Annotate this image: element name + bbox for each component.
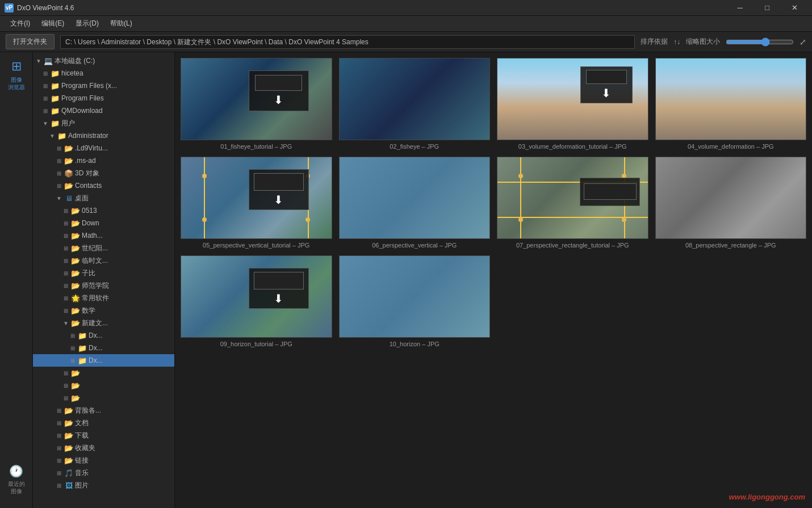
- thumbnail-label-01: 01_fisheye_tutorial – JPG: [220, 143, 292, 150]
- thumbnail-item-06[interactable]: 06_perspective_vertical – JPG: [339, 157, 491, 249]
- thumbnail-size-slider[interactable]: [726, 37, 794, 47]
- folder-icon: 📁: [51, 119, 60, 127]
- tree-item-xinjian[interactable]: ▼ 📂 新建文...: [33, 317, 174, 329]
- tree-item-local-disk[interactable]: ▼ 💻 本地磁盘 (C:): [33, 54, 174, 67]
- thumbnail-item-05[interactable]: ⬇ 05_perspective_vertical_tutorial – JPG: [181, 157, 332, 249]
- tree-label: 下载: [75, 431, 172, 440]
- thumbnail-item-04[interactable]: 04_volume_deformation – JPG: [655, 58, 807, 150]
- expand-arrow: ⊞: [56, 407, 62, 414]
- folder-icon: 📂: [71, 219, 80, 227]
- tree-item-programfiles[interactable]: ⊞ 📁 Program Files: [33, 92, 174, 104]
- folder-icon: 📂: [71, 232, 80, 240]
- expand-arrow: ▼: [56, 195, 62, 201]
- folder-icon: 📂: [71, 307, 80, 314]
- tree-item-desktop[interactable]: ▼ 🖥 桌面: [33, 192, 174, 204]
- tree-item-downloads[interactable]: ⊞ 📂 下载: [33, 429, 174, 442]
- tree-item-shijiyang[interactable]: ⊞ 📂 世纪阳...: [33, 242, 174, 254]
- tree-label: 音乐: [75, 468, 172, 478]
- tree-label: 临时文...: [82, 256, 172, 266]
- thumbnail-item-10[interactable]: 10_horizon – JPG: [339, 255, 491, 347]
- folder-icon: 📂: [64, 419, 73, 427]
- tree-item-users[interactable]: ▼ 📁 用户: [33, 117, 174, 129]
- tree-label: 桌面: [75, 194, 172, 203]
- tree-item-dx3[interactable]: ⊞ 📁 Dx...: [33, 354, 174, 367]
- thumbnail-item-03[interactable]: ⬇ 03_volume_deformation_tutorial – JPG: [497, 58, 648, 150]
- tree-item-hicetea[interactable]: ⊞ 📁 hicetea: [33, 67, 174, 79]
- expand-arrow: ⊞: [56, 469, 62, 476]
- menu-edit[interactable]: 编辑(E): [36, 16, 70, 31]
- tree-item-music[interactable]: ⊞ 🎵 音乐: [33, 467, 174, 479]
- folder-icon: 📁: [78, 331, 87, 339]
- tree-item-favorites[interactable]: ⊞ 📂 收藏夹: [33, 442, 174, 454]
- tree-label: 数学: [82, 306, 172, 316]
- tree-item-0513[interactable]: ⊞ 📂 0513: [33, 204, 174, 217]
- thumbnail-item-07[interactable]: 07_perspective_rectangle_tutorial – JPG: [497, 157, 648, 249]
- open-folder-button[interactable]: 打开文件夹: [6, 34, 55, 49]
- expand-arrow: ⊞: [62, 220, 69, 226]
- tree-item-ld9virtu[interactable]: ⊞ 📂 .Ld9Virtu...: [33, 142, 174, 154]
- folder-icon: 📦: [64, 169, 73, 177]
- tree-item-msad[interactable]: ⊞ 📂 .ms-ad: [33, 154, 174, 167]
- expand-arrow: ⊞: [62, 382, 69, 389]
- maximize-button[interactable]: □: [754, 0, 780, 16]
- close-button[interactable]: ✕: [781, 0, 807, 16]
- tree-item-shifan[interactable]: ⊞ 📂 师范学院: [33, 279, 174, 292]
- folder-icon: 📂: [64, 406, 73, 414]
- tree-item-down[interactable]: ⊞ 📂 Down: [33, 217, 174, 229]
- tree-label: 文档: [75, 418, 172, 428]
- thumbnail-item-02[interactable]: 02_fisheye – JPG: [339, 58, 491, 150]
- tree-label: 背脸各...: [75, 406, 172, 415]
- expand-arrow: ⊞: [56, 419, 62, 426]
- tree-label: 0513: [82, 207, 172, 215]
- thumbnail-item-08[interactable]: 08_perspective_rectangle – JPG: [655, 157, 807, 249]
- minimize-button[interactable]: ─: [727, 0, 753, 16]
- sidebar-item-image-browser[interactable]: ⊞ 图像浏览器: [4, 58, 29, 92]
- expand-arrow: ⊞: [56, 145, 62, 152]
- tree-item-software[interactable]: ⊞ 🌟 常用软件: [33, 292, 174, 304]
- file-tree[interactable]: ▼ 💻 本地磁盘 (C:) ⊞ 📁 hicetea ⊞ 📁 Program Fi…: [33, 52, 175, 508]
- tree-item-qmdownload[interactable]: ⊞ 📁 QMDownload: [33, 104, 174, 117]
- image-browser-icon: ⊞: [11, 59, 22, 74]
- tree-item-3d-objects[interactable]: ⊞ 📦 3D 对象: [33, 167, 174, 179]
- thumbnail-item-09[interactable]: ⬇ 09_horizon_tutorial – JPG: [181, 255, 332, 347]
- thumbnail-item-01[interactable]: ⬇ 01_fisheye_tutorial – JPG: [181, 58, 332, 150]
- expand-arrow: ⊞: [69, 357, 76, 364]
- tree-item-programfilesx[interactable]: ⊞ 📁 Program Files (x...: [33, 79, 174, 92]
- tree-item-zibi[interactable]: ⊞ 📂 子比: [33, 267, 174, 279]
- tree-item-math[interactable]: ⊞ 📂 Math...: [33, 229, 174, 242]
- tree-item-linshi[interactable]: ⊞ 📂 临时文...: [33, 254, 174, 267]
- tree-item-administrator[interactable]: ▼ 📁 Administrator: [33, 129, 174, 142]
- folder-icon: 📁: [51, 107, 60, 115]
- tree-item-beijing[interactable]: ⊞ 📂 背脸各...: [33, 404, 174, 417]
- expand-arrow: ⊞: [62, 282, 69, 289]
- folder-icon: 📁: [51, 69, 60, 77]
- sidebar-item-recent-images[interactable]: 🕐 最近的图像: [4, 463, 29, 497]
- tree-item-extra1[interactable]: ⊞ 📂: [33, 367, 174, 379]
- thumbnail-image-02: [339, 58, 491, 140]
- thumbnail-label-04: 04_volume_deformation – JPG: [688, 143, 774, 150]
- folder-icon: 🎵: [64, 469, 73, 477]
- tree-item-extra3[interactable]: ⊞ 📂: [33, 392, 174, 404]
- tree-label: 本地磁盘 (C:): [55, 56, 172, 66]
- recent-images-icon: 🕐: [9, 464, 23, 478]
- tree-item-links[interactable]: ⊞ 📂 链接: [33, 454, 174, 467]
- sort-arrows-button[interactable]: ↑↓: [673, 38, 680, 46]
- menu-view[interactable]: 显示(D): [70, 16, 104, 31]
- tree-item-shuxue[interactable]: ⊞ 📂 数学: [33, 304, 174, 317]
- folder-icon: 🖼: [64, 481, 73, 489]
- tree-item-dx1[interactable]: ⊞ 📁 Dx...: [33, 329, 174, 342]
- expand-arrow: ⊞: [42, 70, 49, 77]
- menu-help[interactable]: 帮助(L): [104, 16, 138, 31]
- tree-item-dx2[interactable]: ⊞ 📁 Dx...: [33, 342, 174, 354]
- tree-item-extra2[interactable]: ⊞ 📂: [33, 379, 174, 392]
- tree-item-contacts[interactable]: ⊞ 📂 Contacts: [33, 179, 174, 192]
- folder-icon: 📂: [71, 244, 80, 252]
- folder-icon: 🌟: [71, 294, 80, 302]
- thumbnail-image-09: ⬇: [181, 255, 332, 338]
- tree-item-pictures[interactable]: ⊞ 🖼 图片: [33, 479, 174, 492]
- expand-arrow: ⊞: [56, 432, 62, 439]
- tree-item-docs[interactable]: ⊞ 📂 文档: [33, 417, 174, 429]
- thumbnail-label-09: 09_horizon_tutorial – JPG: [220, 341, 292, 347]
- expand-button[interactable]: ⤢: [800, 37, 806, 47]
- menu-file[interactable]: 文件(I): [5, 16, 36, 31]
